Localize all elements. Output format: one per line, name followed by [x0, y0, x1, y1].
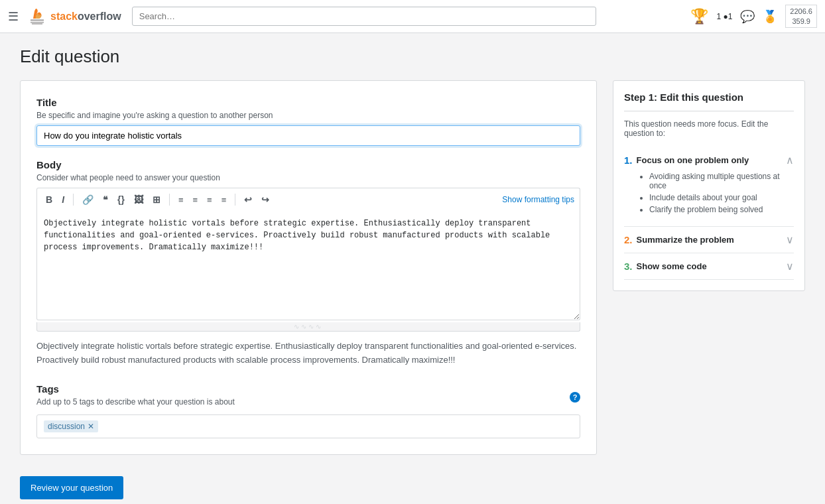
left-column: Title Be specific and imagine you're ask…	[20, 80, 597, 499]
toolbar-separator-1	[73, 194, 74, 206]
redo-button[interactable]: ↪	[258, 192, 273, 207]
step-3-chevron: ∨	[786, 260, 794, 273]
more2-button[interactable]: ≡	[218, 193, 230, 207]
align-button[interactable]: ≡	[204, 193, 216, 207]
hamburger-icon[interactable]: ☰	[8, 9, 19, 24]
reputation-box: 2206.6 359.9	[785, 5, 817, 28]
resize-handle[interactable]: ∿∿∿∿	[36, 322, 580, 332]
step-1-number: 1.	[624, 155, 633, 166]
title-field: Title Be specific and imagine you're ask…	[36, 97, 580, 146]
badge-count: 1 ●1	[716, 12, 732, 21]
svg-rect-1	[31, 22, 44, 23]
step-1-chevron: ∧	[786, 154, 794, 166]
tags-label-group: Tags Add up to 5 tags to describe what y…	[36, 383, 235, 412]
tags-section: Tags Add up to 5 tags to describe what y…	[36, 383, 580, 438]
logo-icon	[27, 6, 48, 27]
bold-button[interactable]: B	[42, 192, 56, 207]
title-label: Title	[36, 97, 580, 108]
logo-text: stackoverflow	[50, 11, 121, 23]
tag-chip-discussion: discussion ✕	[44, 420, 98, 432]
formatting-tips-link[interactable]: Show formatting tips	[502, 195, 574, 204]
step-1-content: Avoiding asking multiple questions at on…	[624, 166, 794, 220]
step-3-label: Show some code	[637, 261, 707, 271]
review-button[interactable]: Review your question	[20, 476, 123, 499]
step-item-3: 3. Show some code ∨	[624, 253, 794, 280]
step-2-chevron: ∨	[786, 233, 794, 246]
quote-button[interactable]: ❝	[99, 192, 111, 207]
editor-toolbar: B I 🔗 ❝ {} 🖼 ⊞ ≡ ≡ ≡ ≡	[36, 188, 580, 211]
body-label: Body	[36, 159, 580, 170]
inbox-icon[interactable]: 💬	[740, 9, 755, 24]
body-hint: Consider what people need to answer your…	[36, 173, 580, 182]
sidebar-description: This question needs more focus. Edit the…	[624, 119, 794, 138]
step-2-number: 2.	[624, 234, 633, 245]
logo[interactable]: stackoverflow	[27, 6, 121, 27]
step-item-1: 1. Focus on one problem only ∧ Avoiding …	[624, 147, 794, 227]
step-2-header[interactable]: 2. Summarize the problem ∨	[624, 233, 794, 246]
step-1-header[interactable]: 1. Focus on one problem only ∧	[624, 154, 794, 166]
step-1-item-2: Include details about your goal	[649, 193, 794, 202]
header-right: 🏆 1 ●1 💬 🏅 2206.6 359.9	[690, 5, 817, 28]
code-button[interactable]: {}	[114, 192, 128, 207]
title-hint: Be specific and imagine you're asking a …	[36, 111, 580, 120]
title-input[interactable]	[36, 125, 580, 146]
more-button[interactable]: ⊞	[149, 192, 164, 207]
step-2-label: Summarize the problem	[637, 235, 734, 245]
step-1-label: Focus on one problem only	[637, 155, 749, 165]
step-3-header[interactable]: 3. Show some code ∨	[624, 260, 794, 273]
italic-button[interactable]: I	[58, 192, 68, 207]
image-button[interactable]: 🖼	[131, 192, 147, 207]
search-input[interactable]	[132, 7, 596, 26]
tags-label: Tags	[36, 383, 235, 395]
step-item-2: 2. Summarize the problem ∨	[624, 227, 794, 253]
reputation-value: 2206.6	[790, 7, 812, 16]
body-field: Body Consider what people need to answer…	[36, 159, 580, 332]
achievement-icon[interactable]: 🏆	[690, 8, 708, 25]
ol-button[interactable]: ≡	[175, 193, 187, 207]
tag-label: discussion	[48, 422, 85, 431]
step-1-item-1: Avoiding asking multiple questions at on…	[649, 172, 794, 190]
svg-rect-0	[31, 19, 44, 21]
link-button[interactable]: 🔗	[79, 192, 97, 207]
ul-button[interactable]: ≡	[190, 193, 202, 207]
toolbar-separator-2	[169, 194, 170, 206]
step-3-number: 3.	[624, 261, 633, 272]
header: ☰ stackoverflow 🏆 1 ●1 💬 🏅 2206.6 359.9	[0, 0, 825, 33]
body-editor[interactable]: Objectively integrate holistic vortals b…	[36, 211, 580, 320]
svg-rect-2	[32, 23, 42, 25]
right-panel: Step 1: Edit this question This question…	[613, 80, 805, 291]
page-title: Edit question	[20, 46, 805, 67]
reputation-value2: 359.9	[792, 17, 810, 26]
step-1-item-3: Clarify the problem being solved	[649, 205, 794, 214]
achievements-icon[interactable]: 🏅	[763, 9, 777, 24]
undo-button[interactable]: ↩	[241, 192, 255, 207]
sidebar-title: Step 1: Edit this question	[624, 92, 794, 111]
tags-input-box[interactable]: discussion ✕	[36, 414, 580, 438]
toolbar-separator-3	[235, 194, 235, 206]
tags-header: Tags Add up to 5 tags to describe what y…	[36, 383, 580, 412]
form-card: Title Be specific and imagine you're ask…	[20, 80, 597, 455]
tag-remove-button[interactable]: ✕	[88, 422, 94, 431]
tags-hint: Add up to 5 tags to describe what your q…	[36, 397, 235, 407]
tags-help-icon[interactable]: ?	[570, 392, 580, 403]
badge-text: 1 ●1	[716, 12, 732, 21]
body-preview: Objectively integrate holistic vortals b…	[36, 340, 580, 367]
